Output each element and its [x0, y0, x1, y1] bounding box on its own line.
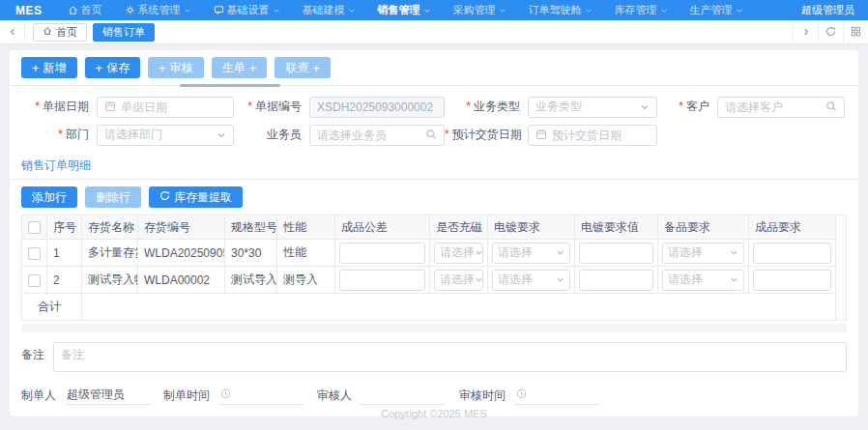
home-icon — [68, 5, 78, 15]
tab-sales-order[interactable]: 销售订单 — [93, 23, 155, 42]
chevron-down-icon — [475, 273, 483, 287]
cell-item-code: WLDA00002 — [138, 267, 225, 294]
auditor-value — [361, 386, 446, 405]
layout-grid-button[interactable] — [843, 20, 868, 44]
select-all-checkbox[interactable] — [28, 221, 41, 234]
col-finished: 成品要求 — [749, 215, 836, 240]
chevron-down-icon — [556, 246, 564, 260]
spare-select[interactable]: 请选择 — [662, 270, 744, 291]
finished-req-input[interactable] — [753, 270, 831, 291]
magnetize-select[interactable]: 请选择 — [434, 243, 483, 264]
add-button[interactable]: +新增 — [21, 57, 77, 78]
auditor-label: 审核人 — [317, 387, 352, 404]
total-row: 合计 — [22, 294, 836, 321]
cell-item-name: 多计量存货... — [82, 240, 138, 267]
creator-value: 超级管理员 — [65, 386, 150, 405]
remark-textarea[interactable] — [53, 342, 847, 372]
tab-home[interactable]: 首页 — [33, 23, 87, 42]
sales-order-card: +新增 +保存 +审核 生单+ 联查+ 单据日期 — [10, 50, 858, 416]
nav-item-system-mgmt[interactable]: 系统管理 — [125, 3, 191, 17]
order-header-form: 单据日期 单据编号 业务类型 业务类型 客户 — [10, 86, 858, 152]
magnetize-select[interactable]: 请选择 — [434, 270, 483, 291]
nav-item-basic-modeling[interactable]: 基础建模 — [303, 3, 356, 17]
col-item-code: 存货编号 — [138, 215, 225, 240]
plating-select[interactable]: 请选择 — [492, 243, 570, 264]
generate-order-button[interactable]: 生单+ — [212, 57, 268, 78]
nav-item-home[interactable]: 首页 — [68, 3, 102, 17]
cell-seq: 1 — [47, 240, 82, 267]
col-plating-value: 电镀要求值 — [575, 215, 658, 240]
biz-type-label: 业务类型 — [445, 99, 528, 115]
col-spare: 备品要求 — [658, 215, 749, 240]
biz-type-select[interactable]: 业务类型 — [528, 97, 657, 118]
table-horizontal-scrollbar[interactable] — [21, 324, 847, 332]
add-row-button[interactable]: 添加行 — [21, 186, 77, 208]
nav-item-inventory-mgmt[interactable]: 库存管理 — [615, 3, 668, 17]
next-tab-button[interactable] — [793, 20, 818, 44]
col-plating: 电镀要求 — [488, 215, 575, 240]
cell-item-code: WLDA2025090500019 — [138, 240, 225, 267]
refresh-tab-button[interactable] — [818, 20, 843, 44]
current-user[interactable]: 超级管理员 — [801, 3, 854, 17]
remark-label: 备注 — [21, 342, 44, 363]
horizontal-scrollbar-thumb[interactable] — [180, 84, 280, 87]
nav-item-order-cockpit[interactable]: 订单驾驶舱 — [529, 3, 593, 17]
cell-performance: 性能 — [277, 240, 335, 267]
creator-label: 制单人 — [21, 387, 56, 404]
create-time-label: 制单时间 — [163, 387, 210, 404]
customer-input[interactable] — [717, 97, 845, 118]
vertical-scrollbar[interactable] — [836, 215, 847, 321]
doc-date-input[interactable] — [97, 97, 234, 118]
table-header-row: 序号 存货名称 存货编号 规格型号 性能 成品公差 是否充磁 电镀要求 电镀要求… — [22, 215, 836, 240]
nav-item-basic-settings[interactable]: 基础设置 — [214, 3, 280, 17]
department-select[interactable]: 请选择部门 — [97, 125, 234, 146]
chevron-down-icon — [730, 246, 738, 260]
chevron-down-icon — [660, 7, 668, 14]
col-seq: 序号 — [47, 215, 82, 240]
table-row: 2 测试导入物... WLDA00002 测试导入规格 测导入 请选择 请选择 … — [22, 267, 836, 294]
chevron-right-icon — [801, 23, 811, 41]
plating-value-input[interactable] — [579, 270, 653, 291]
delivery-date-label: 预计交货日期 — [445, 127, 528, 143]
tab-tools — [793, 20, 868, 44]
audit-time-label: 审核时间 — [459, 387, 506, 404]
nav-item-production-mgmt[interactable]: 生产管理 — [690, 3, 743, 17]
chevron-down-icon — [184, 7, 191, 14]
nav-item-purchase-mgmt[interactable]: 采购管理 — [453, 3, 506, 17]
row-checkbox[interactable] — [28, 247, 41, 260]
delivery-date-input[interactable] — [528, 125, 657, 146]
salesman-input[interactable] — [309, 125, 445, 146]
finished-req-input[interactable] — [753, 243, 831, 264]
chevron-down-icon — [348, 7, 356, 14]
prev-tab-button[interactable] — [0, 20, 25, 44]
chevron-down-icon — [736, 7, 743, 14]
plating-select[interactable]: 请选择 — [492, 270, 570, 291]
chevron-down-icon — [217, 127, 226, 144]
audit-button[interactable]: +审核 — [148, 57, 204, 78]
detail-toolbar: 添加行 删除行 库存量提取 — [10, 180, 858, 215]
stock-extract-button[interactable]: 库存量提取 — [149, 186, 243, 208]
spare-select[interactable]: 请选择 — [662, 243, 744, 264]
linked-query-button[interactable]: 联查+ — [275, 57, 331, 78]
col-spec: 规格型号 — [225, 215, 277, 240]
col-item-name: 存货名称 — [82, 215, 138, 240]
cell-item-name: 测试导入物... — [82, 267, 138, 294]
salesman-label: 业务员 — [234, 127, 309, 143]
row-checkbox[interactable] — [28, 274, 41, 287]
meta-row: 制单人 超级管理员 制单时间 审核人 审核时间 — [21, 386, 847, 405]
calendar-icon — [104, 99, 116, 116]
tolerance-input[interactable] — [339, 243, 425, 264]
delete-row-button[interactable]: 删除行 — [85, 186, 141, 208]
plating-value-input[interactable] — [579, 243, 653, 264]
audit-time-value — [514, 386, 599, 405]
nav-item-sales-mgmt[interactable]: 销售管理 — [378, 3, 431, 17]
doc-date-label: 单据日期 — [21, 99, 97, 115]
page-tabbar: 首页 销售订单 — [0, 20, 868, 44]
open-tabs: 首页 销售订单 — [33, 23, 793, 42]
copyright-footer: Copyright ©2025 MES — [0, 408, 868, 419]
tolerance-input[interactable] — [339, 270, 425, 291]
calendar-icon — [535, 127, 547, 144]
main-content: +新增 +保存 +审核 生单+ 联查+ 单据日期 — [0, 44, 868, 416]
grid-icon — [851, 23, 861, 41]
save-button[interactable]: +保存 — [85, 57, 141, 78]
